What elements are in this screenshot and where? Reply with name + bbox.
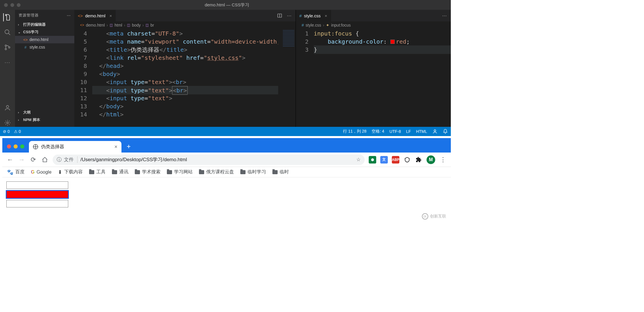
status-indent[interactable]: 空格: 4 xyxy=(372,129,384,134)
status-errors[interactable]: ⊘ 0 xyxy=(3,129,10,134)
translate-icon[interactable]: 文 xyxy=(380,156,388,164)
file-icon: # xyxy=(23,45,28,49)
vscode-titlebar[interactable]: demo.html — CSS学习 xyxy=(0,0,451,10)
info-icon: ⓘ xyxy=(57,156,62,163)
line-gutter: 4567891011121314 xyxy=(74,29,92,127)
breadcrumb-2[interactable]: #style.css ›✦input:focus xyxy=(296,21,451,29)
svg-point-0 xyxy=(5,30,9,34)
split-editor-icon[interactable] xyxy=(277,13,282,18)
editor-group-2: # style.css × ⋯ #style.css ›✦input:focus… xyxy=(296,10,451,127)
line-gutter: 123 xyxy=(296,29,314,127)
outline-section[interactable]: ›大纲 xyxy=(15,109,74,116)
status-warnings[interactable]: ⚠ 0 xyxy=(14,129,21,134)
status-encoding[interactable]: UTF-8 xyxy=(390,129,401,134)
folder-icon xyxy=(89,170,94,174)
file-style.css[interactable]: #style.css xyxy=(15,43,74,51)
extension-icon[interactable] xyxy=(403,156,411,164)
notifications-icon[interactable] xyxy=(443,129,448,134)
feedback-icon[interactable] xyxy=(432,129,438,134)
close-icon[interactable]: × xyxy=(114,144,117,150)
explorer-icon[interactable] xyxy=(3,13,11,21)
new-tab-button[interactable]: + xyxy=(124,142,134,151)
svg-point-5 xyxy=(7,122,8,124)
search-icon[interactable] xyxy=(3,28,12,36)
project-root[interactable]: ⌄CSS学习 xyxy=(15,28,74,36)
window-controls[interactable] xyxy=(2,144,29,153)
tag-icon: ◫ xyxy=(145,23,149,27)
account-icon[interactable] xyxy=(3,104,12,112)
status-language[interactable]: HTML xyxy=(416,129,427,134)
settings-gear-icon[interactable] xyxy=(3,119,12,127)
sidebar-title: 资源管理器 xyxy=(19,13,39,18)
bookmark-临时学习[interactable]: 临时学习 xyxy=(240,169,266,175)
css-file-icon: # xyxy=(302,23,304,27)
status-position[interactable]: 行 11，列 28 xyxy=(343,129,366,134)
code-editor-1[interactable]: 4567891011121314 <meta charset="UTF-8"> … xyxy=(74,29,296,127)
html-file-icon: <> xyxy=(80,23,84,27)
tab-more-icon[interactable]: ⋯ xyxy=(287,13,291,18)
browser-tab[interactable]: 伪类选择器 × xyxy=(29,141,121,153)
bookmark-下载内容[interactable]: ⬇下载内容 xyxy=(58,169,83,175)
back-button[interactable]: ← xyxy=(6,156,14,164)
bookmark-工具[interactable]: 工具 xyxy=(89,169,106,175)
extension-icon[interactable]: ⬢ xyxy=(369,156,376,164)
bookmark-通讯[interactable]: 通讯 xyxy=(112,169,128,175)
css-file-icon: # xyxy=(299,13,302,18)
forward-button[interactable]: → xyxy=(18,156,25,164)
page-input-1[interactable] xyxy=(6,181,68,189)
tag-icon: ◫ xyxy=(110,23,113,27)
code-editor-2[interactable]: 123 input:focus { background-color: red;… xyxy=(296,29,451,127)
page-input-3[interactable] xyxy=(6,200,68,207)
folder-icon xyxy=(167,170,172,174)
adblock-icon[interactable]: ABP xyxy=(392,156,399,164)
close-icon[interactable]: × xyxy=(325,13,327,18)
bookmark-百度[interactable]: 🐾百度 xyxy=(7,169,25,175)
minimap[interactable] xyxy=(278,29,296,127)
tab-bar-2: # style.css × ⋯ xyxy=(296,10,451,21)
bookmark-学习网站[interactable]: 学习网站 xyxy=(167,169,193,175)
bookmark-Google[interactable]: GGoogle xyxy=(31,170,51,175)
page-input-2-focused[interactable] xyxy=(6,191,68,198)
more-icon[interactable]: ⋯ xyxy=(3,58,12,66)
npm-scripts-section[interactable]: ›NPM 脚本 xyxy=(15,116,74,124)
file-icon: <> xyxy=(23,38,28,42)
tab-demo-html[interactable]: <> demo.html × xyxy=(74,10,116,21)
status-eol[interactable]: LF xyxy=(406,129,411,134)
tab-title: 伪类选择器 xyxy=(41,144,64,150)
bookmark-临时[interactable]: 临时 xyxy=(272,169,289,175)
baidu-icon: 🐾 xyxy=(7,169,13,175)
bookmark-star-icon[interactable]: ☆ xyxy=(356,157,361,163)
tab-more-icon[interactable]: ⋯ xyxy=(442,13,447,18)
home-button[interactable] xyxy=(41,156,49,164)
chrome-menu-icon[interactable]: ⋮ xyxy=(439,156,447,164)
folder-icon xyxy=(240,170,246,174)
bookmark-学术搜索[interactable]: 学术搜索 xyxy=(135,169,160,175)
folder-icon xyxy=(272,170,278,174)
svg-point-4 xyxy=(6,105,9,108)
breadcrumb-1[interactable]: <>demo.html ›◫html ›◫body ›◫br xyxy=(74,21,296,29)
chrome-window: 伪类选择器 × + ← → ⟳ ⓘ文件 /Users/ganmingpro/De… xyxy=(2,138,451,223)
editor-group-1: <> demo.html × ⋯ <>demo.html ›◫html ›◫bo… xyxy=(74,10,296,127)
google-icon: G xyxy=(31,170,34,175)
opened-editors-section[interactable]: ›打开的编辑器 xyxy=(15,21,74,28)
extensions-puzzle-icon[interactable] xyxy=(415,156,422,164)
sidebar-more-icon[interactable]: ⋯ xyxy=(67,13,71,18)
file-demo.html[interactable]: <>demo.html xyxy=(15,36,74,43)
address-bar[interactable]: ⓘ文件 /Users/ganmingpro/Desktop/CSS学习/demo… xyxy=(53,155,365,165)
bookmarks-bar: 🐾百度GGoogle⬇下载内容工具通讯学术搜索学习网站俄方课程云盘临时学习临时 xyxy=(2,167,451,177)
html-file-icon: <> xyxy=(78,13,83,18)
folder-icon xyxy=(199,170,204,174)
profile-avatar[interactable]: M xyxy=(427,155,435,164)
sidebar-explorer: 资源管理器 ⋯ ›打开的编辑器 ⌄CSS学习 <>demo.html#style… xyxy=(15,10,74,127)
source-control-icon[interactable] xyxy=(3,43,12,51)
svg-point-1 xyxy=(5,45,7,47)
chrome-toolbar: ← → ⟳ ⓘ文件 /Users/ganmingpro/Desktop/CSS学… xyxy=(2,153,451,167)
selector-icon: ✦ xyxy=(326,23,329,27)
window-controls[interactable] xyxy=(0,3,21,7)
bookmark-俄方课程云盘[interactable]: 俄方课程云盘 xyxy=(199,169,234,175)
reload-button[interactable]: ⟳ xyxy=(29,156,37,164)
close-icon[interactable]: × xyxy=(110,13,112,18)
tab-style-css[interactable]: # style.css × xyxy=(296,10,331,21)
status-bar: ⊘ 0 ⚠ 0 行 11，列 28 空格: 4 UTF-8 LF HTML xyxy=(0,127,451,136)
extension-icons: ⬢ 文 ABP M ⋮ xyxy=(369,155,447,164)
